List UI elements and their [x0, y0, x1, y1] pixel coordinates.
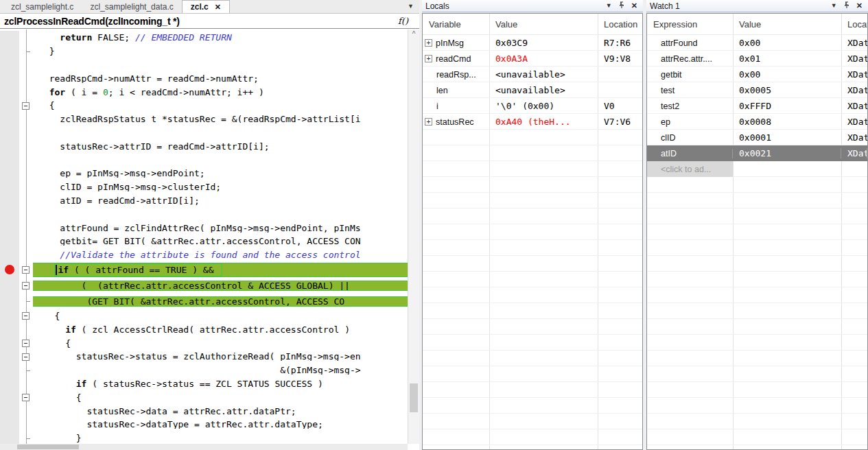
breakpoint-gutter[interactable] — [0, 431, 19, 444]
tab-overflow-icon[interactable]: ▼ — [408, 3, 414, 10]
code-line[interactable]: clID = pInMsg->msg->clusterId; — [0, 180, 408, 194]
watch-row[interactable]: attrFound0x00XData — [647, 35, 867, 51]
breakpoint-gutter[interactable] — [0, 322, 19, 336]
vertical-scrollbar-thumb[interactable] — [410, 383, 418, 412]
code-line[interactable] — [0, 207, 408, 221]
breakpoint-gutter[interactable] — [0, 309, 19, 323]
tab-close-icon[interactable]: ✕ — [215, 3, 221, 11]
name-cell[interactable]: ep — [647, 117, 733, 127]
name-cell[interactable]: test2 — [647, 102, 733, 111]
expand-icon[interactable]: + — [425, 39, 432, 47]
locals-row[interactable]: +statusRec0xA40 (theH...V7:V6 — [423, 114, 642, 130]
breakpoint-gutter[interactable] — [0, 262, 19, 278]
locals-row[interactable]: len<unavailable> — [423, 82, 642, 98]
code-line[interactable]: statusRec->attrID = readCmd->attrID[i]; — [0, 139, 408, 153]
value-cell[interactable]: 0xFFFD — [733, 101, 841, 111]
breakpoint-gutter[interactable] — [0, 45, 19, 58]
breakpoint-gutter[interactable] — [0, 364, 19, 377]
code-line[interactable]: ep = pInMsg->msg->endPoint; — [0, 167, 408, 180]
breakpoint-gutter[interactable] — [0, 58, 19, 72]
breakpoint-gutter[interactable] — [0, 221, 19, 235]
value-cell[interactable]: 0x0001 — [733, 132, 841, 143]
value-cell[interactable]: <unavailable> — [489, 69, 598, 80]
column-header[interactable]: Expression — [647, 19, 733, 29]
breakpoint-gutter[interactable] — [0, 350, 19, 364]
code-line[interactable]: statusRec->dataType = attrRec.attr.dataT… — [0, 418, 408, 431]
name-cell[interactable]: +statusRec — [423, 117, 489, 127]
code-line[interactable]: ( (attrRec.attr.accessControl & ACCESS_G… — [0, 278, 408, 294]
fold-collapse-icon[interactable] — [22, 266, 30, 274]
code-line[interactable]: getbit= GET_BIT( &attrRec.attr.accessCon… — [0, 235, 408, 248]
locals-row[interactable]: +readCmd0x0A3AV9:V8 — [423, 51, 642, 67]
panel-titlebar[interactable]: Locals ▼ ✕ — [422, 0, 643, 12]
breakpoint-gutter[interactable] — [0, 278, 19, 294]
fold-collapse-icon[interactable] — [22, 102, 30, 110]
breakpoint-gutter[interactable] — [0, 180, 19, 194]
code-line[interactable]: (GET_BIT( &attrRec.attr.accessControl, A… — [0, 294, 408, 309]
watch-row[interactable]: test20xFFFDXData — [647, 98, 867, 114]
code-editor[interactable]: return FALSE; // EMBEDDED RETURN } readR… — [0, 29, 419, 450]
breakpoint-gutter[interactable] — [0, 390, 19, 404]
add-watch-row[interactable]: <click to ad... — [647, 161, 867, 177]
watch-row[interactable]: atID0x0021XData — [647, 145, 867, 161]
code-line[interactable]: } — [0, 45, 408, 58]
name-cell[interactable]: +readCmd — [423, 54, 489, 64]
breakpoint-gutter[interactable] — [0, 207, 19, 221]
name-cell[interactable]: clID — [647, 133, 733, 143]
value-cell[interactable]: 0x03C9 — [489, 38, 598, 48]
panel-menu-icon[interactable]: ▼ — [606, 3, 612, 9]
watch-row[interactable]: getbit0x00XData — [647, 67, 867, 82]
code-line[interactable]: for ( i = 0; i < readCmd->numAttr; i++ ) — [0, 85, 408, 99]
horizontal-scrollbar-thumb[interactable] — [17, 445, 79, 449]
name-cell[interactable]: i — [423, 102, 489, 111]
code-line[interactable] — [0, 58, 408, 72]
code-line[interactable]: if ( zcl_AccessCtrlRead( attrRec.attr.ac… — [0, 322, 408, 336]
horizontal-scrollbar[interactable] — [0, 444, 408, 450]
value-cell[interactable]: 0x01 — [733, 54, 841, 64]
code-line[interactable]: { — [0, 99, 408, 113]
code-line[interactable]: if ( ( attrFound == TRUE ) && — [0, 262, 408, 278]
watch-row[interactable]: test0x0005XData — [647, 82, 867, 98]
close-icon[interactable]: ✕ — [856, 2, 863, 10]
breakpoint-gutter[interactable] — [0, 194, 19, 208]
fold-collapse-icon[interactable] — [22, 394, 30, 401]
breakpoint-gutter[interactable] — [0, 139, 19, 153]
value-cell[interactable]: 0x00 — [733, 69, 841, 80]
locals-row[interactable]: readRsp...<unavailable> — [423, 67, 642, 82]
breakpoint-gutter[interactable] — [0, 71, 19, 85]
code-line[interactable] — [0, 126, 408, 140]
breakpoint-gutter[interactable] — [0, 153, 19, 167]
value-cell[interactable]: 0xA40 (theH... — [489, 117, 598, 127]
vertical-scrollbar[interactable]: ^ — [408, 29, 419, 444]
breakpoint-gutter[interactable] — [0, 248, 19, 262]
column-header[interactable]: Variable — [423, 19, 489, 29]
value-cell[interactable]: 0x0A3A — [489, 54, 598, 64]
locals-row[interactable]: i'\0' (0x00)V0 — [423, 98, 642, 114]
code-line[interactable]: return FALSE; // EMBEDDED RETURN — [0, 31, 408, 45]
function-icon[interactable]: f() — [398, 16, 415, 26]
column-header[interactable]: Location — [841, 19, 867, 29]
tab-zcl_samplelight.c[interactable]: zcl_samplelight.c — [3, 0, 82, 13]
name-cell[interactable]: atID — [647, 149, 733, 158]
panel-titlebar[interactable]: Watch 1 ▼ ✕ — [646, 0, 868, 12]
column-header[interactable]: Value — [733, 19, 841, 29]
value-cell[interactable]: 0x0005 — [733, 85, 841, 95]
value-cell[interactable]: 0x00 — [733, 38, 841, 48]
code-line[interactable]: { — [0, 390, 408, 404]
name-cell[interactable]: attrFound — [647, 38, 733, 48]
breakpoint-gutter[interactable] — [0, 99, 19, 113]
tab-zcl.c[interactable]: zcl.c✕ — [182, 0, 230, 13]
code-line[interactable]: //Validate the attribute is found and th… — [0, 248, 408, 262]
name-cell[interactable]: test — [647, 86, 733, 95]
code-line[interactable]: zclReadRspStatus_t *statusRec = &(readRs… — [0, 113, 408, 126]
breakpoint-gutter[interactable] — [0, 418, 19, 431]
add-watch-placeholder[interactable]: <click to ad... — [647, 161, 733, 177]
fold-collapse-icon[interactable] — [22, 353, 30, 361]
breakpoint-gutter[interactable] — [0, 235, 19, 248]
code-line[interactable]: { — [0, 336, 408, 350]
expand-icon[interactable]: + — [425, 118, 432, 126]
value-cell[interactable]: <unavailable> — [489, 85, 598, 95]
breakpoint-gutter[interactable] — [0, 31, 19, 45]
name-cell[interactable]: getbit — [647, 70, 733, 80]
expand-icon[interactable]: + — [425, 55, 432, 62]
